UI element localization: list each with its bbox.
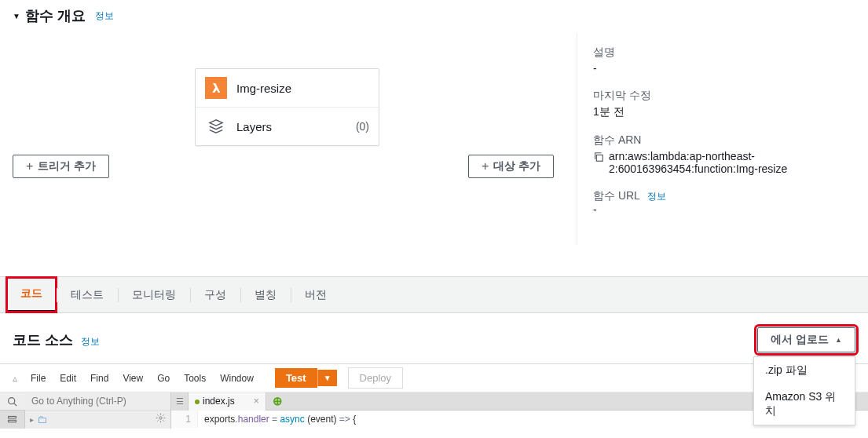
- function-overview-header: ▼ 함수 개요 정보: [0, 0, 868, 33]
- tab-versions[interactable]: 버전: [291, 279, 341, 312]
- arn-value-row: arn:aws:lambda:ap-northeast-2:6001639634…: [593, 150, 855, 175]
- upload-s3-option[interactable]: Amazon S3 위치: [754, 384, 855, 425]
- svg-point-1: [9, 397, 15, 403]
- description-label: 설명: [593, 46, 855, 60]
- add-trigger-button[interactable]: + 트리거 추가: [13, 155, 109, 178]
- layers-row[interactable]: Layers (0): [196, 107, 379, 145]
- plus-icon: +: [482, 162, 489, 170]
- svg-rect-2: [9, 416, 16, 418]
- last-modified-label: 마지막 수정: [593, 89, 855, 103]
- ide-menu-file[interactable]: File: [24, 370, 53, 387]
- line-number: 1: [171, 411, 198, 428]
- editor-file-tab[interactable]: index.js ×: [189, 392, 266, 411]
- svg-rect-0: [596, 155, 602, 161]
- function-meta-panel: 설명 - 마지막 수정 1분 전 함수 ARN arn:aws:lambda:a…: [577, 33, 855, 245]
- environment-icon[interactable]: [0, 411, 25, 429]
- tab-test[interactable]: 테스트: [57, 279, 118, 312]
- add-trigger-wrap: + 트리거 추가: [13, 155, 109, 178]
- layers-count: (0): [356, 120, 369, 133]
- ide-menu-window[interactable]: Window: [213, 370, 261, 387]
- collapse-triangle-icon[interactable]: ▼: [13, 12, 20, 20]
- editor-file-tab-label: index.js: [203, 396, 235, 407]
- add-target-label: 대상 추가: [493, 159, 540, 173]
- chevron-right-icon: ▸: [30, 415, 34, 424]
- arn-label: 함수 ARN: [593, 133, 855, 148]
- ide-test-button[interactable]: Test: [275, 368, 317, 388]
- svg-rect-3: [9, 420, 16, 422]
- tab-configuration[interactable]: 구성: [190, 279, 240, 312]
- upload-zip-option[interactable]: .zip 파일: [754, 357, 855, 384]
- search-icon[interactable]: [0, 392, 25, 411]
- lambda-icon: [205, 77, 227, 99]
- function-name-row[interactable]: Img-resize: [196, 69, 379, 107]
- gear-icon[interactable]: [156, 413, 166, 425]
- new-tab-button[interactable]: ⊕: [266, 394, 289, 408]
- add-trigger-label: 트리거 추가: [38, 159, 96, 173]
- tab-code[interactable]: 코드: [6, 277, 57, 312]
- last-modified-value: 1분 전: [593, 105, 855, 119]
- function-designer: Img-resize Layers (0) + 트리거 추가 + 대상 추가: [13, 33, 577, 245]
- layers-label: Layers: [236, 120, 346, 133]
- code-source-header: 코드 소스 정보 에서 업로드 ▲ .zip 파일 Amazon S3 위치: [0, 313, 868, 363]
- add-target-wrap: + 대상 추가: [468, 155, 554, 178]
- goto-anything-input[interactable]: [25, 392, 170, 410]
- goto-anything-bar: [25, 392, 170, 411]
- ide-menu-edit[interactable]: Edit: [53, 370, 83, 387]
- main-tabs: 코드 테스트 모니터링 구성 별칭 버전: [0, 276, 868, 313]
- tab-aliases[interactable]: 별칭: [240, 279, 291, 312]
- file-tree-root[interactable]: ▸ 🗀: [25, 411, 170, 428]
- function-overview-title: 함수 개요: [25, 6, 86, 25]
- triangle-up-icon: ▲: [835, 336, 842, 344]
- collapse-panel-icon[interactable]: ▵: [6, 370, 24, 387]
- svg-point-4: [159, 417, 162, 419]
- code-editor: ▵ File Edit Find View Go Tools Window Te…: [0, 363, 868, 429]
- ide-body: ▸ 🗀 ☰ index.js × ⊕ 1 exports.ha: [0, 392, 868, 429]
- file-modified-dot-icon: [195, 400, 200, 404]
- code-source-info-link[interactable]: 정보: [81, 336, 100, 347]
- close-tab-icon[interactable]: ×: [254, 396, 259, 407]
- upload-dropdown-area: 에서 업로드 ▲ .zip 파일 Amazon S3 위치: [757, 327, 855, 352]
- arn-value: arn:aws:lambda:ap-northeast-2:6001639634…: [609, 150, 855, 175]
- editor-env-tab[interactable]: ☰: [171, 392, 189, 411]
- layers-icon: [205, 115, 227, 137]
- upload-from-button[interactable]: 에서 업로드 ▲: [757, 327, 855, 352]
- function-box[interactable]: Img-resize Layers (0): [195, 68, 379, 146]
- ide-deploy-button[interactable]: Deploy: [348, 367, 403, 389]
- code-source-title: 코드 소스: [13, 332, 73, 348]
- folder-icon: 🗀: [37, 414, 47, 425]
- function-url-info-link[interactable]: 정보: [647, 191, 666, 202]
- plus-icon: +: [26, 162, 33, 170]
- upload-from-menu: .zip 파일 Amazon S3 위치: [753, 356, 855, 425]
- add-target-button[interactable]: + 대상 추가: [468, 155, 554, 178]
- ide-test-dropdown[interactable]: ▼: [317, 370, 337, 386]
- ide-menu-tools[interactable]: Tools: [177, 370, 213, 387]
- tab-monitoring[interactable]: 모니터링: [118, 279, 190, 312]
- ide-menu-find[interactable]: Find: [83, 370, 115, 387]
- function-url-value: -: [593, 203, 855, 216]
- function-overview-body: Img-resize Layers (0) + 트리거 추가 + 대상 추가: [0, 33, 868, 276]
- ide-menu-view[interactable]: View: [115, 370, 150, 387]
- copy-icon[interactable]: [593, 151, 604, 162]
- ide-file-pane: ▸ 🗀: [25, 392, 171, 429]
- function-url-label: 함수 URL: [593, 189, 639, 202]
- description-value: -: [593, 62, 855, 75]
- ide-menubar: ▵ File Edit Find View Go Tools Window Te…: [0, 364, 868, 392]
- ide-menu-go[interactable]: Go: [150, 370, 177, 387]
- function-name-label: Img-resize: [236, 82, 369, 95]
- ide-left-rail: [0, 392, 25, 429]
- overview-info-link[interactable]: 정보: [95, 9, 114, 23]
- upload-from-label: 에서 업로드: [771, 333, 829, 347]
